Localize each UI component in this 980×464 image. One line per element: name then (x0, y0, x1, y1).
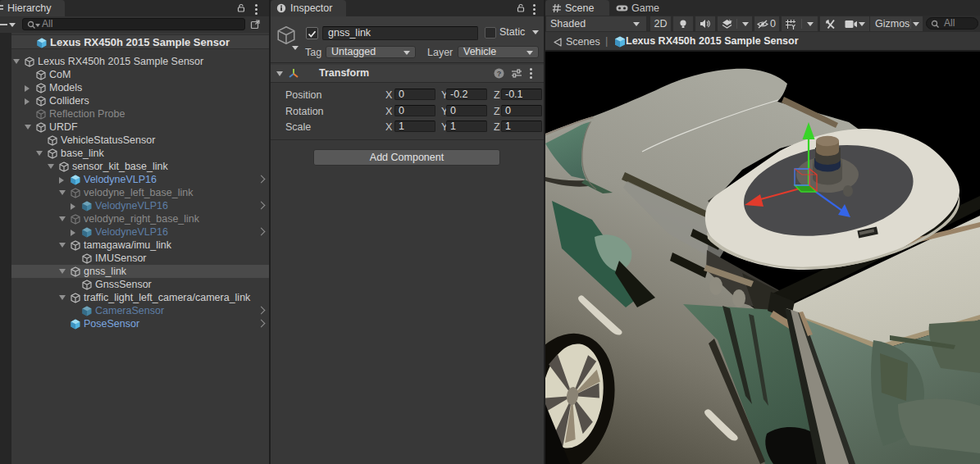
svg-text:?: ? (497, 70, 502, 78)
